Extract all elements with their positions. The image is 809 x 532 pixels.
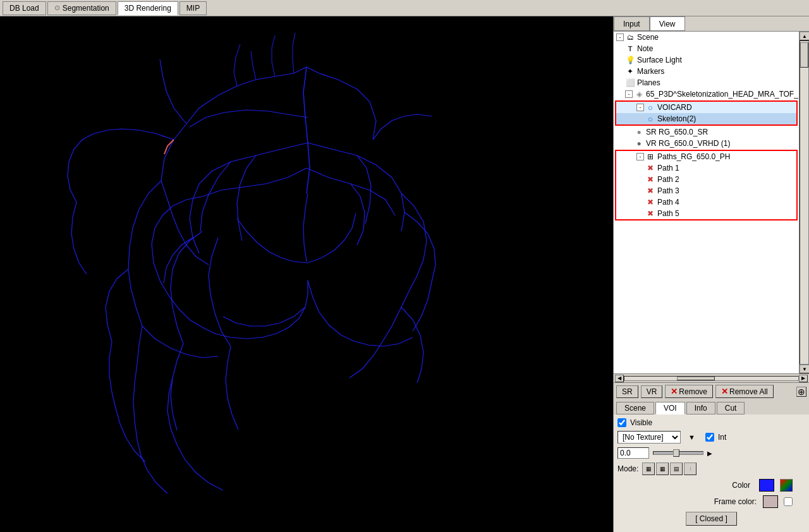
tree-node-path2[interactable]: ✖ Path 2 bbox=[616, 174, 796, 185]
tab-db-load[interactable]: DB Load bbox=[3, 1, 46, 15]
tree-node-surface-light[interactable]: 💡 Surface Light bbox=[614, 54, 799, 66]
mode-btn-1[interactable]: ▦ bbox=[642, 462, 655, 475]
expand-button[interactable]: ⊕ bbox=[796, 387, 806, 397]
path2-icon: ✖ bbox=[645, 174, 655, 184]
vr-button[interactable]: VR bbox=[641, 385, 663, 398]
hscroll-right[interactable]: ▶ bbox=[799, 375, 808, 382]
path1-icon: ✖ bbox=[645, 163, 655, 173]
planes-icon: ⬜ bbox=[625, 78, 635, 88]
voicard-icon: ○ bbox=[645, 102, 655, 112]
3d-viewport[interactable] bbox=[0, 16, 613, 532]
int-checkbox[interactable] bbox=[705, 433, 714, 442]
expand-scene[interactable] bbox=[616, 33, 624, 41]
bottom-panel-tab-bar: Scene VOI Info Cut bbox=[614, 400, 809, 414]
color-row: Color bbox=[617, 479, 793, 492]
sr-button[interactable]: SR bbox=[616, 385, 638, 398]
tree-node-paths[interactable]: ⊞ Paths_RG_650.0_PH bbox=[616, 151, 796, 162]
value-input[interactable] bbox=[617, 447, 649, 459]
tree-vscroll[interactable]: ▲ ▼ bbox=[799, 32, 809, 373]
value-slider-row: ▶ bbox=[617, 447, 805, 459]
tab-view[interactable]: View bbox=[650, 16, 685, 31]
color-grid-button[interactable] bbox=[780, 479, 793, 492]
visible-row: Visible bbox=[617, 418, 805, 427]
remove-all-button[interactable]: ✕ Remove All bbox=[715, 385, 774, 398]
frame-color-label: Frame color: bbox=[714, 497, 757, 506]
tree-node-note[interactable]: Note bbox=[614, 43, 799, 54]
texture-dropdown-arrow: ▼ bbox=[688, 433, 695, 441]
mode-row: Mode: ▦ ▦ ▤ ⁞ bbox=[617, 462, 805, 475]
top-tab-bar: DB Load ⊙ Segmentation 3D Rendering MIP bbox=[0, 0, 809, 16]
tree-node-markers[interactable]: ✦ Markers bbox=[614, 66, 799, 77]
mode-btn-3[interactable]: ▤ bbox=[670, 462, 683, 475]
light-icon: 💡 bbox=[625, 55, 635, 65]
tree-node-scene[interactable]: Scene bbox=[614, 32, 799, 43]
paths-icon: ⊞ bbox=[645, 152, 655, 162]
tab-voi[interactable]: VOI bbox=[655, 402, 685, 414]
color-swatch[interactable] bbox=[759, 479, 774, 492]
frame-color-checkbox[interactable] bbox=[784, 497, 793, 506]
slider-track[interactable] bbox=[653, 451, 703, 455]
note-icon bbox=[625, 44, 635, 54]
tree-node-path5[interactable]: ✖ Path 5 bbox=[616, 208, 796, 219]
hscroll-left[interactable]: ◀ bbox=[615, 375, 624, 382]
tree-node-planes[interactable]: ⬜ Planes bbox=[614, 77, 799, 88]
tree-node-vr[interactable]: ● VR RG_650.0_VRHD (1) bbox=[614, 138, 799, 149]
tab-3d-rendering[interactable]: 3D Rendering bbox=[118, 1, 178, 15]
expand-paths[interactable] bbox=[636, 153, 644, 160]
vessel-svg bbox=[0, 16, 613, 532]
expand-dataset[interactable] bbox=[625, 90, 633, 98]
scene-icon bbox=[625, 32, 635, 42]
paths-highlight-group: ⊞ Paths_RG_650.0_PH ✖ Path 1 ✖ Path 2 bbox=[615, 150, 798, 221]
remove-button[interactable]: ✕ Remove bbox=[665, 385, 713, 398]
tree-node-voicard[interactable]: ○ VOICARD bbox=[616, 102, 796, 113]
closed-btn-row: [ Closed ] bbox=[617, 512, 805, 526]
remove-icon: ✕ bbox=[671, 387, 678, 396]
tree-node-path1[interactable]: ✖ Path 1 bbox=[616, 162, 796, 174]
frame-color-row: Frame color: bbox=[617, 495, 793, 508]
dataset-icon: ◈ bbox=[634, 89, 644, 99]
visible-label: Visible bbox=[630, 418, 652, 427]
vscroll-thumb[interactable] bbox=[800, 42, 808, 68]
closed-button[interactable]: [ Closed ] bbox=[686, 512, 737, 526]
mode-btn-2[interactable]: ▦ bbox=[656, 462, 669, 475]
hscroll-track[interactable] bbox=[624, 376, 799, 381]
tree-node-sr[interactable]: ● SR RG_650.0_SR bbox=[614, 126, 799, 138]
mode-label: Mode: bbox=[617, 464, 638, 473]
tree-panel: Scene Note 💡 Surface Light ✦ Markers bbox=[614, 32, 809, 373]
slider-thumb[interactable] bbox=[673, 449, 679, 457]
tab-info[interactable]: Info bbox=[686, 402, 715, 414]
tab-cut[interactable]: Cut bbox=[717, 402, 745, 414]
segmentation-icon: ⊙ bbox=[54, 4, 60, 12]
sr-icon: ● bbox=[634, 127, 644, 137]
tree-node-path4[interactable]: ✖ Path 4 bbox=[616, 196, 796, 208]
vscroll-down[interactable]: ▼ bbox=[800, 365, 809, 373]
texture-select[interactable]: [No Texture] bbox=[617, 431, 681, 444]
texture-row: [No Texture] ▼ Int bbox=[617, 431, 805, 444]
tree-node-path3[interactable]: ✖ Path 3 bbox=[616, 185, 796, 196]
tab-segmentation[interactable]: ⊙ Segmentation bbox=[47, 1, 116, 15]
mode-btn-4[interactable]: ⁞ bbox=[684, 462, 696, 475]
frame-color-swatch[interactable] bbox=[763, 495, 778, 508]
tab-scene[interactable]: Scene bbox=[616, 402, 654, 414]
path5-icon: ✖ bbox=[645, 209, 655, 219]
hscroll-thumb[interactable] bbox=[677, 377, 715, 380]
tree-node-dataset[interactable]: ◈ 65_P3D^Skeletonization_HEAD_MRA_TOF_ bbox=[614, 88, 799, 100]
expand-voicard[interactable] bbox=[636, 104, 644, 111]
vr-icon: ● bbox=[634, 138, 644, 148]
tree-node-skeleton[interactable]: ○ Skeleton(2) bbox=[616, 113, 796, 124]
vscroll-up[interactable]: ▲ bbox=[800, 32, 809, 40]
mode-icons: ▦ ▦ ▤ ⁞ bbox=[642, 462, 696, 475]
vscroll-track[interactable] bbox=[800, 40, 809, 365]
scene-tree[interactable]: Scene Note 💡 Surface Light ✦ Markers bbox=[614, 32, 799, 373]
slider-right-arrow[interactable]: ▶ bbox=[707, 450, 712, 457]
voicard-highlight-group: ○ VOICARD ○ Skeleton(2) bbox=[615, 100, 798, 126]
int-label: Int bbox=[718, 433, 726, 442]
visible-checkbox[interactable] bbox=[617, 418, 626, 427]
path4-icon: ✖ bbox=[645, 197, 655, 207]
tree-hscroll[interactable]: ◀ ▶ bbox=[614, 373, 809, 382]
tab-mip[interactable]: MIP bbox=[179, 1, 207, 15]
path3-icon: ✖ bbox=[645, 186, 655, 196]
color-label: Color bbox=[732, 481, 750, 490]
tab-input[interactable]: Input bbox=[614, 16, 650, 31]
bottom-toolbar: SR VR ✕ Remove ✕ Remove All ⊕ bbox=[614, 382, 809, 400]
